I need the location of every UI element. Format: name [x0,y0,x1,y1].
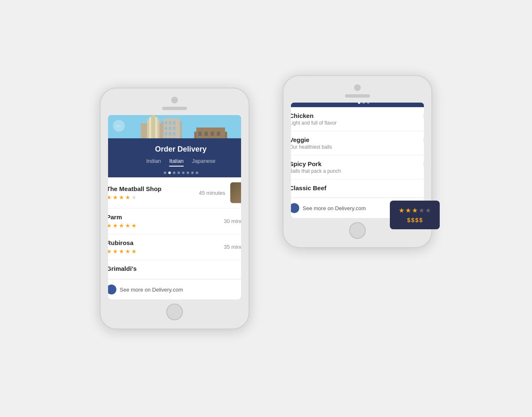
restaurant-item-4[interactable]: Grimaldi's [108,260,241,279]
svg-rect-11 [169,127,171,130]
svg-rect-21 [198,132,202,136]
menu-item-desc-veggie: Our healthiest balls [291,144,332,150]
menu-item-price-veggie: $9.00 [424,136,424,143]
left-phone: ← [100,88,249,329]
speaker-right [345,94,370,98]
restaurant-info-4: Grimaldi's [108,265,241,274]
back-button[interactable]: ← [113,120,125,132]
order-panel-title: Order Delivery [108,138,241,158]
restaurant-item-3[interactable]: Rubirosa ★ ★ ★ ★ ★ 35 minutes [108,234,241,260]
home-button-right[interactable] [349,222,366,239]
right-phone: ITALIAN The Meatball Shop 84 Stanton Str… [283,75,432,248]
phone-top-bar-right [291,84,424,98]
speaker-left [162,107,187,110]
panel-dots [108,170,241,177]
restaurant-thumb-1 [230,182,241,203]
restaurant-name-3: Rubirosa [108,239,219,246]
camera-left [171,97,178,103]
restaurant-name-4: Grimaldi's [108,265,241,272]
menu-dots [291,103,424,107]
svg-rect-8 [169,121,171,125]
menu-item-name-spicy-pork: Spicy Pork [291,160,341,167]
restaurant-stars-1: ★ ★ ★ ★ ★ [108,194,194,201]
svg-rect-15 [173,132,175,135]
restaurant-time-2: 30 minutes [224,218,241,224]
restaurant-time-3: 35 minutes [224,244,241,250]
restaurant-list: The Meatball Shop ★ ★ ★ ★ ★ 45 minutes [108,177,241,299]
restaurant-item-2[interactable]: Parm ★ ★ ★ ★ ★ 30 minutes [108,208,241,234]
restaurant-info-1: The Meatball Shop ★ ★ ★ ★ ★ [108,185,194,201]
menu-item-price-chicken: $9.00 [424,112,424,119]
menu-item-name-classic-beef: Classic Beef [291,184,326,191]
svg-rect-22 [204,132,208,136]
menu-item-name-chicken: Chicken [291,112,337,119]
menu-item-classic-beef[interactable]: Classic Beef [291,179,424,198]
left-phone-screen: ← [108,115,241,299]
tab-indian[interactable]: Indian [146,158,161,167]
svg-rect-12 [173,127,175,130]
delivery-logo-icon-left [108,285,116,294]
menu-item-name-veggie: Veggie [291,136,332,143]
menu-item-chicken[interactable]: Chicken Light and full of flavor $9.00 [291,107,424,131]
restaurant-stars-2: ★ ★ ★ ★ ★ [108,222,219,229]
see-more-label-right: See more on Delivery.com [303,205,366,211]
price-indicators: $ $ $ $ [395,217,435,223]
svg-rect-7 [165,121,167,125]
restaurant-name-2: Parm [108,213,219,221]
restaurant-item-1[interactable]: The Meatball Shop ★ ★ ★ ★ ★ 45 minutes [108,177,241,208]
tab-japanese[interactable]: Japanese [192,158,215,167]
svg-rect-24 [217,132,220,136]
svg-rect-9 [173,121,175,125]
menu-item-veggie[interactable]: Veggie Our healthiest balls $9.00 [291,131,424,155]
svg-rect-14 [169,132,171,135]
delivery-logo-icon-right [291,203,299,213]
restaurant-info-2: Parm ★ ★ ★ ★ ★ [108,213,219,229]
see-more-bar-left[interactable]: See more on Delivery.com › [108,279,241,299]
menu-item-desc-spicy-pork: Balls that pack a punch [291,168,341,174]
restaurant-stars-3: ★ ★ ★ ★ ★ [108,248,219,255]
svg-rect-23 [211,132,214,136]
svg-rect-10 [165,127,167,130]
restaurant-info-3: Rubirosa ★ ★ ★ ★ ★ [108,239,219,255]
order-delivery-panel: Order Delivery Indian Italian Japanese [108,138,241,299]
menu-item-desc-chicken: Light and full of flavor [291,120,337,126]
restaurant-name-1: The Meatball Shop [108,185,194,192]
restaurant-time-1: 45 minutes [199,190,225,196]
home-button-left[interactable] [166,304,183,320]
menu-item-spicy-pork[interactable]: Spicy Pork Balls that pack a punch $9.00 [291,155,424,179]
rating-stars: ★ ★ ★ ★ ★ [395,206,435,214]
svg-rect-13 [165,132,167,135]
see-more-label-left: See more on Delivery.com [120,287,183,293]
cuisine-tabs: Indian Italian Japanese [108,158,241,170]
phone-top-bar-left [108,97,241,110]
rating-card: ★ ★ ★ ★ ★ $ $ $ $ [390,201,440,229]
tab-italian[interactable]: Italian [169,158,184,167]
camera-right [354,84,361,91]
menu-item-price-spicy-pork: $9.00 [424,160,424,167]
scene: ← [75,71,457,346]
